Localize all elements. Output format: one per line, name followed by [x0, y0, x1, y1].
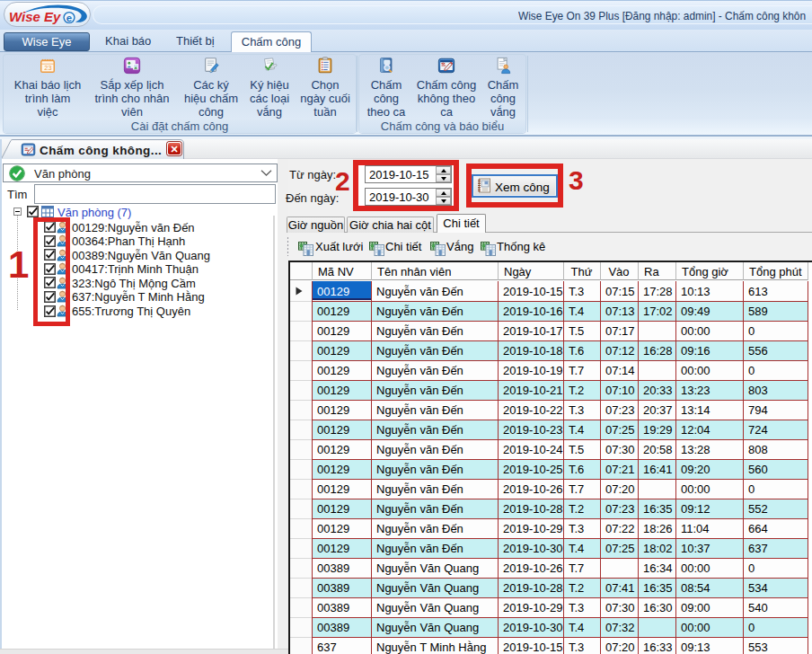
svg-text:23: 23	[44, 64, 51, 72]
svg-text:e: e	[66, 13, 72, 23]
svg-text:Wise Ey: Wise Ey	[9, 9, 61, 24]
